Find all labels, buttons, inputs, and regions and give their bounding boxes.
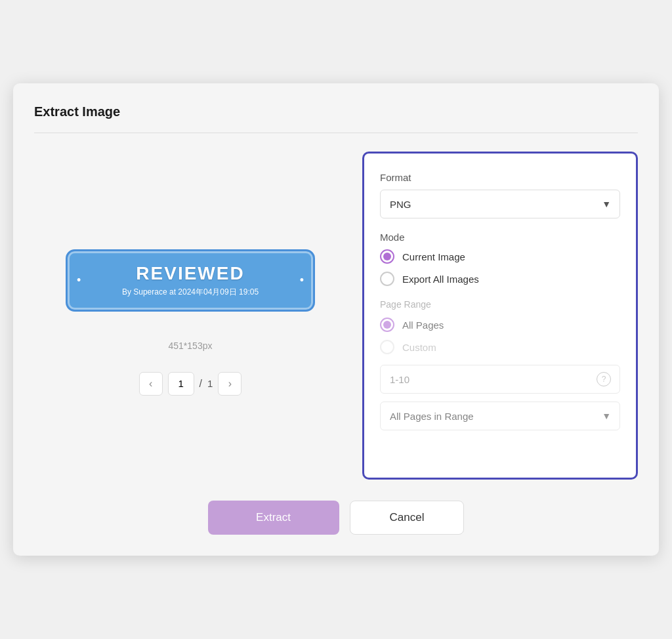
mode-current-image[interactable]: Current Image [380,249,620,264]
cancel-button[interactable]: Cancel [350,501,465,535]
extract-image-dialog: Extract Image REVIEWED By Superace at 20… [13,83,659,556]
current-page-input[interactable] [168,372,194,396]
pagination: ‹ / 1 › [139,372,242,396]
mode-current-radio-icon [380,249,394,264]
mode-current-label: Current Image [402,251,465,262]
mode-section: Mode Current Image Export All Images [380,232,620,286]
range-input-section: ? [380,365,620,394]
format-select-wrapper: PNG JPG BMP TIFF ▼ [380,190,620,218]
mode-export-all-label: Export All Images [402,274,479,285]
stamp-image: REVIEWED By Superace at 2024年04月09日 19:0… [66,249,315,312]
pages-in-range-wrapper: All Pages in Range First Page Last Page … [380,402,620,430]
stamp-container: REVIEWED By Superace at 2024年04月09日 19:0… [52,236,328,325]
page-range-radio-group: All Pages Custom [380,318,620,354]
custom-label: Custom [402,342,436,353]
range-help-icon[interactable]: ? [597,372,611,386]
image-preview-area: REVIEWED By Superace at 2024年04月09日 19:0… [52,236,328,351]
page-range-label: Page Range [380,299,620,310]
page-range-input[interactable] [380,365,620,394]
all-pages-radio-icon [380,318,394,332]
page-range-section: Page Range All Pages Custom [380,299,620,430]
stamp-title: REVIEWED [91,263,289,284]
mode-export-all-radio-icon [380,272,394,286]
prev-page-button[interactable]: ‹ [139,372,163,396]
page-range-all-pages[interactable]: All Pages [380,318,620,332]
format-select[interactable]: PNG JPG BMP TIFF [380,190,620,218]
stamp-subtitle: By Superace at 2024年04月09日 19:05 [91,287,289,298]
dialog-title: Extract Image [34,104,638,119]
dialog-footer: Extract Cancel [34,501,638,535]
title-divider [34,133,638,133]
extract-button[interactable]: Extract [208,501,339,535]
mode-export-all[interactable]: Export All Images [380,272,620,286]
mode-label: Mode [380,232,620,243]
next-page-button[interactable]: › [218,372,242,396]
page-range-custom[interactable]: Custom [380,340,620,354]
left-panel: REVIEWED By Superace at 2024年04月09日 19:0… [34,152,346,480]
dialog-body: REVIEWED By Superace at 2024年04月09日 19:0… [34,152,638,480]
image-size-label: 451*153px [169,340,213,351]
total-pages: 1 [207,378,213,389]
all-pages-label: All Pages [402,320,444,331]
range-input-wrapper: ? [380,365,620,394]
right-panel: Format PNG JPG BMP TIFF ▼ Mode [362,152,638,480]
mode-radio-group: Current Image Export All Images [380,249,620,286]
format-section: Format PNG JPG BMP TIFF ▼ [380,172,620,218]
pages-in-range-select[interactable]: All Pages in Range First Page Last Page [380,402,620,430]
format-label: Format [380,172,620,183]
page-separator: / [200,378,202,390]
custom-radio-icon [380,340,394,354]
